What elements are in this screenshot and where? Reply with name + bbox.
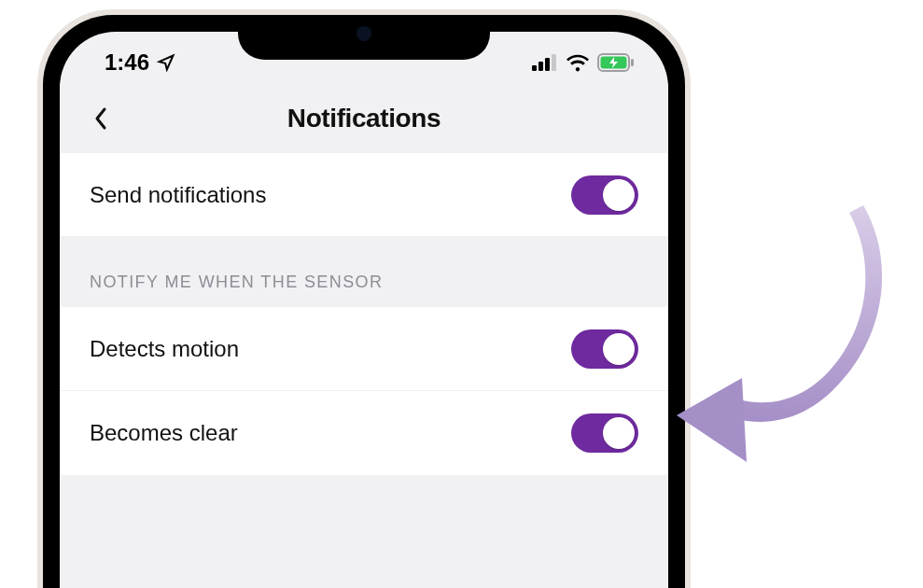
phone-bezel: 1:46 bbox=[43, 15, 685, 588]
front-camera-icon bbox=[357, 26, 371, 41]
svg-rect-0 bbox=[532, 65, 537, 71]
section-header-sensor: NOTIFY ME WHEN THE SENSOR bbox=[60, 237, 668, 307]
status-time: 1:46 bbox=[105, 49, 149, 76]
svg-rect-1 bbox=[538, 62, 543, 71]
toggle-becomes-clear[interactable] bbox=[571, 413, 638, 453]
status-bar-left: 1:46 bbox=[105, 49, 175, 76]
chevron-left-icon bbox=[93, 105, 108, 132]
toggle-detects-motion[interactable] bbox=[571, 329, 638, 369]
cellular-signal-icon bbox=[532, 54, 558, 71]
wifi-icon bbox=[566, 53, 590, 72]
svg-rect-6 bbox=[631, 59, 634, 66]
row-detects-motion[interactable]: Detects motion bbox=[60, 307, 668, 391]
row-becomes-clear-label: Becomes clear bbox=[90, 420, 238, 446]
row-send-notifications[interactable]: Send notifications bbox=[60, 153, 668, 237]
phone-device-frame: 1:46 bbox=[37, 9, 691, 588]
row-detects-motion-label: Detects motion bbox=[90, 336, 239, 362]
toggle-knob-icon bbox=[603, 333, 635, 365]
battery-charging-icon bbox=[597, 53, 635, 72]
back-button[interactable] bbox=[82, 100, 119, 137]
callout-arrow-icon bbox=[672, 187, 905, 495]
phone-notch bbox=[238, 15, 490, 60]
toggle-knob-icon bbox=[603, 179, 635, 211]
phone-screen: 1:46 bbox=[60, 32, 668, 588]
location-arrow-icon bbox=[157, 53, 175, 72]
toggle-knob-icon bbox=[603, 417, 635, 449]
row-becomes-clear[interactable]: Becomes clear bbox=[60, 391, 668, 475]
svg-rect-2 bbox=[545, 58, 550, 71]
row-send-notifications-label: Send notifications bbox=[90, 182, 266, 208]
page-title: Notifications bbox=[287, 104, 441, 133]
toggle-send-notifications[interactable] bbox=[571, 175, 638, 215]
status-bar-right bbox=[532, 53, 635, 72]
nav-header: Notifications bbox=[60, 84, 668, 153]
svg-rect-3 bbox=[552, 54, 556, 71]
